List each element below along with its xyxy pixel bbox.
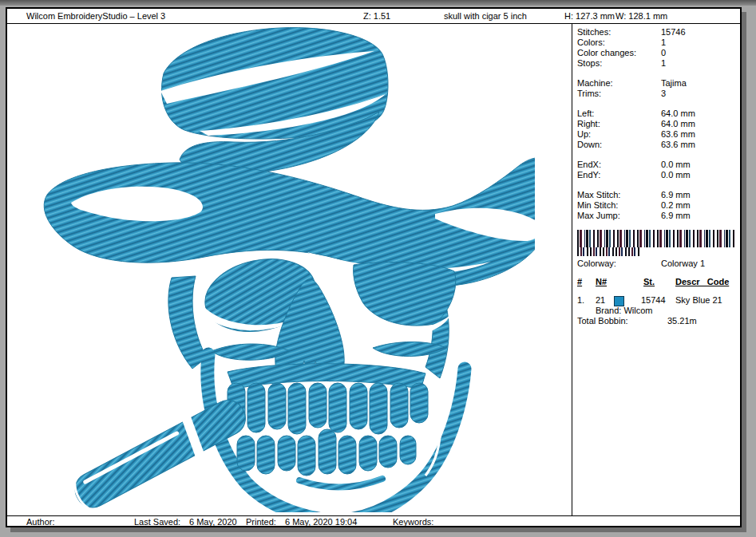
stat-label: Colors: <box>577 38 605 47</box>
chin-crease <box>299 479 382 488</box>
stat-value: 3 <box>661 89 666 99</box>
stat-label: Left: <box>577 109 594 118</box>
stat-value: 6.9 mm <box>661 190 691 200</box>
window-top-strip <box>0 0 756 6</box>
thread-n: 21 <box>596 295 605 306</box>
stat-label: Min Stitch: <box>577 200 618 210</box>
design-canvas[interactable] <box>7 24 572 515</box>
stat-value: 0.2 mm <box>661 200 691 211</box>
app-title: Wilcom EmbroideryStudio – Level 3 <box>26 11 165 21</box>
stat-label: Stops: <box>577 58 602 68</box>
printed-value: 6 May, 2020 19:04 <box>285 517 357 527</box>
total-bobbin-label: Total Bobbin: <box>577 316 628 326</box>
stat-label: EndY: <box>577 170 600 180</box>
stat-value: 0.0 mm <box>661 170 691 180</box>
stat-label: Machine: <box>577 78 613 88</box>
stat-label: EndX: <box>577 160 601 169</box>
design-width: W: 128.1 mm <box>615 11 667 21</box>
stat-value: 63.6 mm <box>661 140 695 150</box>
stat-label: Down: <box>577 140 602 149</box>
design-name: skull with cigar 5 inch <box>444 11 527 21</box>
stat-label: Max Jump: <box>577 211 620 220</box>
keywords-label: Keywords: <box>393 517 433 527</box>
stat-label: Right: <box>577 119 600 128</box>
thread-table-row: 1. 21 15744 Sky Blue 21 <box>577 295 737 306</box>
last-saved-value: 6 May, 2020 <box>189 517 237 527</box>
stat-value: 0 <box>661 48 666 58</box>
stat-value: 1 <box>661 58 666 69</box>
printed-label: Printed: <box>246 517 276 527</box>
total-bobbin-value: 35.21m <box>667 316 697 326</box>
embroidery-design-skull-with-cigar <box>36 24 535 512</box>
design-barcode <box>577 230 734 247</box>
stat-value: 0.0 mm <box>661 160 691 170</box>
upper-teeth <box>228 383 428 434</box>
stat-label: Color changes: <box>577 48 636 57</box>
stat-value: 15746 <box>661 27 686 38</box>
thread-table-header: # N# St. Descr _Code <box>577 277 737 289</box>
stat-label: Max Stitch: <box>577 190 620 199</box>
left-temple <box>168 276 207 369</box>
stat-label: Up: <box>577 129 591 139</box>
design-height: H: 127.3 mm <box>564 11 615 21</box>
stat-value: 6.9 mm <box>661 211 691 221</box>
colorway-label: Colorway: <box>577 259 616 268</box>
stat-label: Stitches: <box>577 27 611 37</box>
design-barcode-row2 <box>577 247 641 256</box>
stat-label: Trims: <box>577 89 601 98</box>
stat-value: 63.6 mm <box>661 129 695 140</box>
thread-brand: Brand: Wilcom <box>596 306 653 316</box>
col-st: St. <box>643 277 655 286</box>
col-desc: Descr _Code <box>675 277 729 286</box>
thread-num: 1. <box>577 295 584 306</box>
design-info-panel: Stitches:15746 Colors:1 Color changes:0 … <box>572 24 740 515</box>
worksheet-header: Wilcom EmbroideryStudio – Level 3 Z: 1.5… <box>7 9 740 24</box>
col-num: # <box>577 277 582 286</box>
author-label: Author: <box>26 517 54 527</box>
stat-value: 1 <box>661 38 666 48</box>
worksheet-page: Wilcom EmbroideryStudio – Level 3 Z: 1.5… <box>6 7 742 527</box>
thread-desc: Sky Blue 21 <box>675 295 722 306</box>
col-n: N# <box>596 277 607 286</box>
lower-teeth <box>237 429 416 476</box>
thread-st: 15744 <box>641 295 666 306</box>
right-eye-socket <box>354 263 456 326</box>
stat-value: 64.0 mm <box>661 109 695 119</box>
colorway-value: Colorway 1 <box>661 259 705 269</box>
zoom-level: Z: 1.51 <box>363 11 390 21</box>
stat-value: Tajima <box>661 78 687 89</box>
worksheet-footer: Author: Last Saved: 6 May, 2020 Printed:… <box>7 515 740 526</box>
stat-value: 64.0 mm <box>661 119 695 129</box>
last-saved-label: Last Saved: <box>134 517 180 527</box>
